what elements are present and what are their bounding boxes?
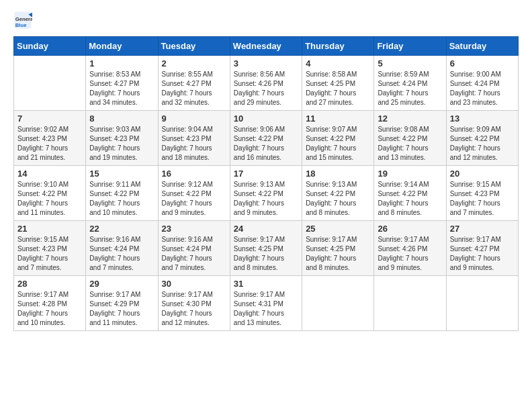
day-info: Sunrise: 9:15 AM Sunset: 4:23 PM Dayligh… xyxy=(17,235,82,273)
day-number: 31 xyxy=(234,279,298,289)
day-info: Sunrise: 8:53 AM Sunset: 4:27 PM Dayligh… xyxy=(89,70,154,107)
calendar-cell xyxy=(374,276,446,331)
day-number: 25 xyxy=(306,224,370,234)
svg-text:Blue: Blue xyxy=(15,22,27,28)
calendar-week-row: 28Sunrise: 9:17 AM Sunset: 4:28 PM Dayli… xyxy=(14,276,519,331)
day-info: Sunrise: 9:04 AM Sunset: 4:23 PM Dayligh… xyxy=(162,125,226,163)
day-number: 29 xyxy=(89,279,154,289)
logo: General Blue xyxy=(13,11,35,30)
calendar-cell: 6Sunrise: 9:00 AM Sunset: 4:24 PM Daylig… xyxy=(446,56,518,111)
day-info: Sunrise: 9:14 AM Sunset: 4:22 PM Dayligh… xyxy=(378,180,442,218)
calendar-table: SundayMondayTuesdayWednesdayThursdayFrid… xyxy=(13,36,519,331)
calendar-week-row: 14Sunrise: 9:10 AM Sunset: 4:22 PM Dayli… xyxy=(14,166,519,221)
calendar-cell: 16Sunrise: 9:12 AM Sunset: 4:22 PM Dayli… xyxy=(158,166,230,221)
day-info: Sunrise: 9:02 AM Sunset: 4:23 PM Dayligh… xyxy=(17,125,82,163)
day-number: 24 xyxy=(234,224,298,234)
day-info: Sunrise: 9:17 AM Sunset: 4:25 PM Dayligh… xyxy=(234,235,298,273)
calendar-cell xyxy=(446,276,518,331)
day-number: 22 xyxy=(89,224,154,234)
calendar-cell: 26Sunrise: 9:17 AM Sunset: 4:26 PM Dayli… xyxy=(374,221,446,276)
day-number: 16 xyxy=(162,169,226,179)
day-number: 10 xyxy=(234,113,298,124)
day-number: 9 xyxy=(162,113,226,124)
calendar-week-row: 21Sunrise: 9:15 AM Sunset: 4:23 PM Dayli… xyxy=(14,221,519,276)
calendar-cell: 24Sunrise: 9:17 AM Sunset: 4:25 PM Dayli… xyxy=(230,221,302,276)
calendar-cell: 14Sunrise: 9:10 AM Sunset: 4:22 PM Dayli… xyxy=(14,166,86,221)
calendar-cell: 30Sunrise: 9:17 AM Sunset: 4:30 PM Dayli… xyxy=(158,276,230,331)
header-wednesday: Wednesday xyxy=(230,37,302,56)
calendar-cell: 13Sunrise: 9:09 AM Sunset: 4:22 PM Dayli… xyxy=(446,111,518,166)
day-info: Sunrise: 9:17 AM Sunset: 4:26 PM Dayligh… xyxy=(378,235,442,273)
day-info: Sunrise: 9:17 AM Sunset: 4:29 PM Dayligh… xyxy=(89,290,154,328)
calendar-cell: 20Sunrise: 9:15 AM Sunset: 4:23 PM Dayli… xyxy=(446,166,518,221)
calendar-cell: 1Sunrise: 8:53 AM Sunset: 4:27 PM Daylig… xyxy=(86,56,158,111)
calendar-cell xyxy=(14,56,86,111)
day-info: Sunrise: 8:56 AM Sunset: 4:26 PM Dayligh… xyxy=(234,70,298,107)
day-info: Sunrise: 9:03 AM Sunset: 4:23 PM Dayligh… xyxy=(89,125,154,163)
header-monday: Monday xyxy=(86,37,158,56)
calendar-cell: 2Sunrise: 8:55 AM Sunset: 4:27 PM Daylig… xyxy=(158,56,230,111)
calendar-cell xyxy=(302,276,374,331)
day-number: 28 xyxy=(17,279,82,289)
svg-text:General: General xyxy=(15,16,32,22)
header-sunday: Sunday xyxy=(14,37,86,56)
header-friday: Friday xyxy=(374,37,446,56)
day-info: Sunrise: 9:17 AM Sunset: 4:30 PM Dayligh… xyxy=(162,290,226,328)
day-info: Sunrise: 9:12 AM Sunset: 4:22 PM Dayligh… xyxy=(162,180,226,218)
calendar-cell: 23Sunrise: 9:16 AM Sunset: 4:24 PM Dayli… xyxy=(158,221,230,276)
day-info: Sunrise: 8:59 AM Sunset: 4:24 PM Dayligh… xyxy=(378,70,442,107)
calendar-cell: 31Sunrise: 9:17 AM Sunset: 4:31 PM Dayli… xyxy=(230,276,302,331)
day-number: 1 xyxy=(89,58,154,68)
calendar-cell: 25Sunrise: 9:17 AM Sunset: 4:25 PM Dayli… xyxy=(302,221,374,276)
day-number: 27 xyxy=(450,224,515,234)
day-info: Sunrise: 8:55 AM Sunset: 4:27 PM Dayligh… xyxy=(162,70,226,107)
day-number: 23 xyxy=(162,224,226,234)
calendar-header-row: SundayMondayTuesdayWednesdayThursdayFrid… xyxy=(14,37,519,56)
day-number: 12 xyxy=(378,113,442,124)
day-number: 18 xyxy=(306,169,370,179)
day-info: Sunrise: 9:13 AM Sunset: 4:22 PM Dayligh… xyxy=(306,180,370,218)
day-number: 11 xyxy=(306,113,370,124)
calendar-cell: 28Sunrise: 9:17 AM Sunset: 4:28 PM Dayli… xyxy=(14,276,86,331)
day-info: Sunrise: 8:58 AM Sunset: 4:25 PM Dayligh… xyxy=(306,70,370,107)
day-number: 2 xyxy=(162,58,226,68)
day-info: Sunrise: 9:10 AM Sunset: 4:22 PM Dayligh… xyxy=(17,180,82,218)
day-info: Sunrise: 9:13 AM Sunset: 4:22 PM Dayligh… xyxy=(234,180,298,218)
header-tuesday: Tuesday xyxy=(158,37,230,56)
day-number: 3 xyxy=(234,58,298,68)
calendar-cell: 27Sunrise: 9:17 AM Sunset: 4:27 PM Dayli… xyxy=(446,221,518,276)
calendar-cell: 3Sunrise: 8:56 AM Sunset: 4:26 PM Daylig… xyxy=(230,56,302,111)
calendar-cell: 7Sunrise: 9:02 AM Sunset: 4:23 PM Daylig… xyxy=(14,111,86,166)
calendar-cell: 18Sunrise: 9:13 AM Sunset: 4:22 PM Dayli… xyxy=(302,166,374,221)
logo-icon: General Blue xyxy=(13,11,32,30)
day-number: 26 xyxy=(378,224,442,234)
calendar-cell: 4Sunrise: 8:58 AM Sunset: 4:25 PM Daylig… xyxy=(302,56,374,111)
day-info: Sunrise: 9:11 AM Sunset: 4:22 PM Dayligh… xyxy=(89,180,154,218)
day-number: 21 xyxy=(17,224,82,234)
day-info: Sunrise: 9:16 AM Sunset: 4:24 PM Dayligh… xyxy=(162,235,226,273)
day-info: Sunrise: 9:00 AM Sunset: 4:24 PM Dayligh… xyxy=(450,70,515,107)
calendar-cell: 21Sunrise: 9:15 AM Sunset: 4:23 PM Dayli… xyxy=(14,221,86,276)
day-info: Sunrise: 9:09 AM Sunset: 4:22 PM Dayligh… xyxy=(450,125,515,163)
day-number: 20 xyxy=(450,169,515,179)
calendar-cell: 22Sunrise: 9:16 AM Sunset: 4:24 PM Dayli… xyxy=(86,221,158,276)
day-info: Sunrise: 9:17 AM Sunset: 4:27 PM Dayligh… xyxy=(450,235,515,273)
page-header: General Blue xyxy=(13,11,519,30)
calendar-cell: 17Sunrise: 9:13 AM Sunset: 4:22 PM Dayli… xyxy=(230,166,302,221)
day-number: 7 xyxy=(17,113,82,124)
calendar-week-row: 7Sunrise: 9:02 AM Sunset: 4:23 PM Daylig… xyxy=(14,111,519,166)
day-number: 4 xyxy=(306,58,370,68)
day-number: 17 xyxy=(234,169,298,179)
calendar-cell: 5Sunrise: 8:59 AM Sunset: 4:24 PM Daylig… xyxy=(374,56,446,111)
day-info: Sunrise: 9:07 AM Sunset: 4:22 PM Dayligh… xyxy=(306,125,370,163)
day-info: Sunrise: 9:08 AM Sunset: 4:22 PM Dayligh… xyxy=(378,125,442,163)
day-number: 13 xyxy=(450,113,515,124)
header-thursday: Thursday xyxy=(302,37,374,56)
day-number: 19 xyxy=(378,169,442,179)
day-number: 6 xyxy=(450,58,515,68)
calendar-cell: 19Sunrise: 9:14 AM Sunset: 4:22 PM Dayli… xyxy=(374,166,446,221)
day-number: 15 xyxy=(89,169,154,179)
day-number: 8 xyxy=(89,113,154,124)
calendar-cell: 10Sunrise: 9:06 AM Sunset: 4:22 PM Dayli… xyxy=(230,111,302,166)
day-info: Sunrise: 9:17 AM Sunset: 4:31 PM Dayligh… xyxy=(234,290,298,328)
